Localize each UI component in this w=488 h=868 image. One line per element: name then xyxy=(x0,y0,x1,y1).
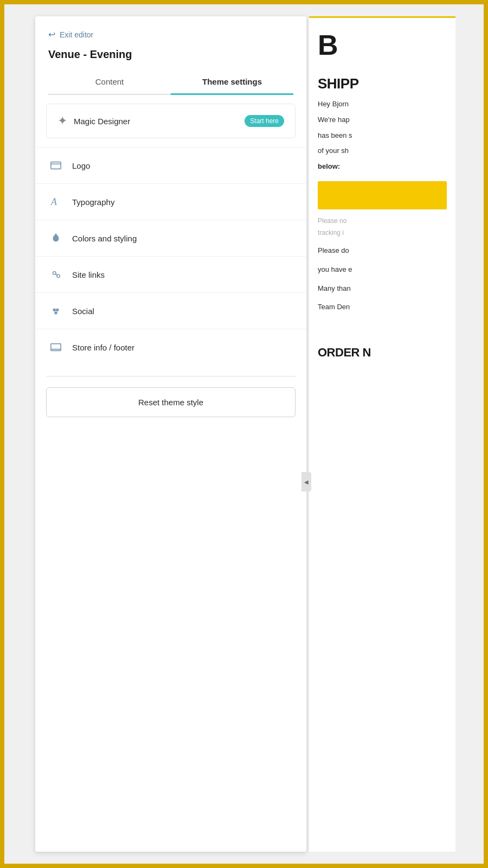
exit-icon: ↩ xyxy=(48,29,55,40)
email-body-4: below: xyxy=(318,161,447,173)
sitelinks-icon xyxy=(48,269,63,280)
logo-label: Logo xyxy=(72,161,90,170)
svg-point-7 xyxy=(56,308,59,311)
tabs-row: Content Theme settings xyxy=(48,69,293,95)
email-footer-2: you have e xyxy=(318,264,447,276)
colors-icon xyxy=(48,232,63,244)
exit-editor-row[interactable]: ↩ Exit editor xyxy=(48,29,293,40)
svg-line-5 xyxy=(56,274,57,276)
social-icon xyxy=(48,305,63,317)
typography-icon: A xyxy=(48,196,63,208)
email-body-1-text: We're hap xyxy=(318,116,350,124)
tab-theme-settings[interactable]: Theme settings xyxy=(171,69,293,94)
email-body-4-text: below: xyxy=(318,162,340,170)
theme-name: Venue - Evening xyxy=(48,48,293,61)
left-panel: ↩ Exit editor Venue - Evening Content Th… xyxy=(35,16,306,852)
menu-item-typography[interactable]: A Typography xyxy=(35,183,306,220)
email-logo-area: B xyxy=(318,18,447,67)
section-divider xyxy=(46,376,296,376)
email-logo: B xyxy=(318,29,337,61)
menu-list: ✦ Magic Designer Start here Logo A Typog… xyxy=(35,95,306,426)
svg-rect-0 xyxy=(51,162,61,169)
panel-header: ↩ Exit editor Venue - Evening Content Th… xyxy=(35,16,306,95)
logo-icon xyxy=(48,159,63,171)
exit-editor-label: Exit editor xyxy=(60,30,93,39)
footer-label: Store info / footer xyxy=(72,343,134,352)
start-here-badge: Start here xyxy=(245,115,284,127)
magic-designer-label: Magic Designer xyxy=(74,117,238,126)
typography-label: Typography xyxy=(72,197,114,207)
email-body-1: We're hap xyxy=(318,114,447,126)
svg-point-8 xyxy=(54,311,57,315)
social-label: Social xyxy=(72,307,94,316)
sitelinks-label: Site links xyxy=(72,270,105,279)
svg-point-6 xyxy=(53,308,56,311)
order-now-heading: ORDER N xyxy=(318,346,447,360)
magic-designer-card[interactable]: ✦ Magic Designer Start here xyxy=(46,104,296,138)
email-preview: B SHIPP Hey Bjorn We're hap has been s o… xyxy=(309,18,455,360)
svg-rect-9 xyxy=(51,344,61,351)
email-note-1: Please no xyxy=(318,216,447,226)
email-footer-1: Please do xyxy=(318,245,447,257)
email-body-3: of your sh xyxy=(318,145,447,157)
collapse-toggle[interactable] xyxy=(301,472,311,492)
footer-icon xyxy=(48,341,63,353)
email-greeting: Hey Bjorn xyxy=(318,99,447,110)
email-heading: SHIPP xyxy=(318,75,447,92)
colors-label: Colors and styling xyxy=(72,234,137,243)
menu-item-logo[interactable]: Logo xyxy=(35,147,306,183)
menu-item-footer[interactable]: Store info / footer xyxy=(35,329,306,365)
tab-content[interactable]: Content xyxy=(48,69,171,94)
email-body-2: has been s xyxy=(318,130,447,142)
email-thanks-1: Many than xyxy=(318,283,447,295)
menu-item-social[interactable]: Social xyxy=(35,292,306,329)
email-note-2: tracking i xyxy=(318,228,447,238)
magic-designer-icon: ✦ xyxy=(57,114,67,128)
svg-text:A: A xyxy=(50,196,57,207)
email-thanks-2: Team Den xyxy=(318,302,447,313)
right-panel: B SHIPP Hey Bjorn We're hap has been s o… xyxy=(309,16,455,852)
reset-theme-button[interactable]: Reset theme style xyxy=(46,387,296,417)
yellow-cta-button[interactable] xyxy=(318,181,447,209)
menu-item-colors[interactable]: Colors and styling xyxy=(35,220,306,256)
menu-item-sitelinks[interactable]: Site links xyxy=(35,256,306,292)
